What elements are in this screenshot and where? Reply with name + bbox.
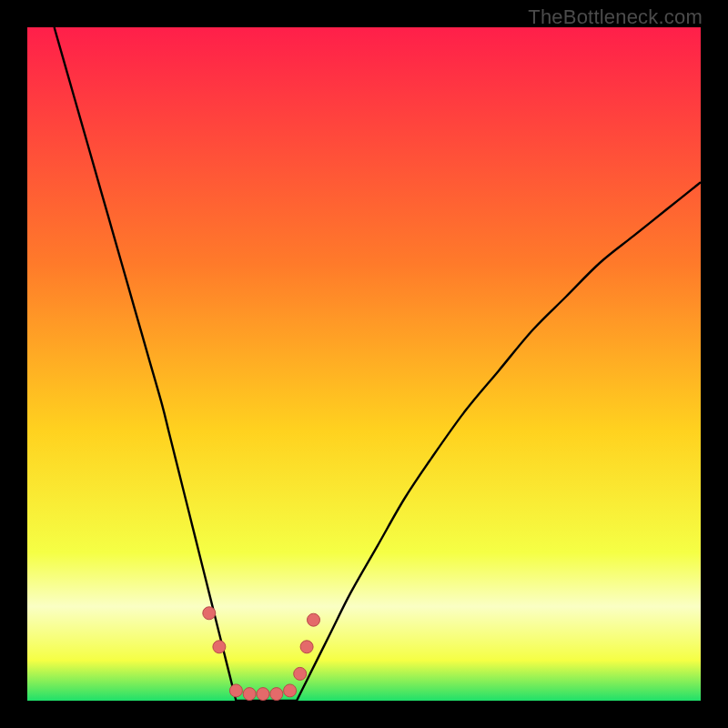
marker-dot bbox=[300, 641, 313, 653]
gradient-background bbox=[27, 27, 701, 701]
chart-frame bbox=[27, 27, 701, 701]
watermark-text: TheBottleneck.com bbox=[528, 5, 703, 29]
marker-dot bbox=[213, 641, 226, 653]
marker-dot bbox=[294, 667, 307, 680]
marker-dot bbox=[243, 688, 256, 701]
marker-dot bbox=[270, 688, 283, 701]
marker-dot bbox=[308, 613, 320, 626]
marker-dot bbox=[257, 688, 269, 701]
marker-dot bbox=[203, 607, 216, 620]
marker-dot bbox=[284, 684, 297, 697]
bottleneck-chart bbox=[27, 27, 701, 701]
marker-dot bbox=[229, 684, 242, 697]
